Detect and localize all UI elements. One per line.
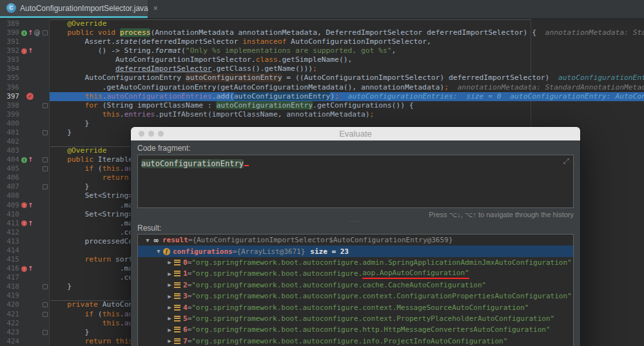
line-number[interactable]: 402 (0, 137, 19, 146)
line-number[interactable]: 390 (0, 28, 19, 37)
line-number[interactable]: 401 (0, 128, 19, 137)
line-number[interactable]: 404 (0, 155, 19, 164)
tree-row-2[interactable]: ▶2 = "org.springframework.boot.autoconfi… (138, 280, 573, 291)
line-number[interactable]: 420 (0, 300, 19, 309)
expander-icon[interactable]: ▶ (165, 327, 174, 333)
tree-row-7[interactable]: ▶7 = "org.springframework.boot.autoconfi… (138, 336, 573, 346)
gutter: 409↑↑ (0, 201, 50, 210)
line-number[interactable]: 415 (0, 255, 19, 264)
line-number[interactable]: 405 (0, 164, 19, 173)
expander-icon[interactable]: ▼ (143, 237, 152, 244)
line-number[interactable]: 393 (0, 55, 19, 64)
line-number[interactable]: 411 (0, 219, 19, 228)
overridden-method-icon: ↑ (21, 220, 27, 226)
line-number[interactable]: 392 (0, 46, 19, 55)
breakpoint-verified-icon[interactable]: ✓ (26, 93, 34, 100)
expander-icon[interactable]: ▶ (165, 304, 174, 311)
line-number[interactable]: 423 (0, 328, 19, 337)
expander-icon[interactable]: ▶ (165, 338, 174, 344)
gutter: 401 (0, 128, 50, 137)
line-number[interactable]: 403 (0, 146, 19, 155)
line-number[interactable]: 397 (0, 92, 19, 101)
tree-row-5[interactable]: ▶5 = "org.springframework.boot.autoconfi… (138, 313, 573, 324)
fold-marker-icon[interactable] (43, 157, 48, 162)
line-number[interactable]: 398 (0, 101, 19, 110)
tree-row-configurations[interactable]: ▼fconfigurations = {ArrayList@3671}size … (138, 245, 573, 256)
expander-icon[interactable]: ▶ (165, 293, 174, 300)
line-number[interactable]: 422 (0, 319, 19, 328)
close-window-icon[interactable] (139, 131, 144, 137)
line-number[interactable]: 413 (0, 237, 19, 246)
tree-row-6[interactable]: ▶6 = "org.springframework.boot.autoconfi… (138, 324, 573, 335)
fold-marker-icon[interactable] (43, 330, 48, 335)
fold-marker-icon[interactable] (43, 284, 48, 289)
fold-marker-icon[interactable] (43, 166, 48, 171)
line-number[interactable]: 394 (0, 64, 19, 73)
line-number[interactable]: 396 (0, 83, 19, 92)
fold-marker-icon[interactable] (43, 184, 48, 189)
line-number[interactable]: 416 (0, 264, 19, 273)
fold-marker-icon[interactable] (43, 130, 48, 135)
gutter-icons (19, 128, 21, 137)
line-number[interactable]: 406 (0, 173, 19, 182)
line-number[interactable]: 409 (0, 201, 19, 210)
line-number[interactable]: 424 (0, 337, 19, 346)
line-number[interactable]: 414 (0, 246, 19, 255)
line-number[interactable]: 391 (0, 37, 19, 46)
node-name: 2 (183, 281, 188, 289)
code-line[interactable]: AutoConfigurationImportSelector.class.ge… (50, 55, 644, 64)
editor-row-399: 399 this.entries.putIfAbsent(importClass… (0, 110, 644, 119)
dialog-titlebar[interactable]: Evaluate (131, 127, 580, 140)
tab-close-icon[interactable]: × (153, 5, 158, 12)
code-line[interactable]: AutoConfigurationEntry autoConfiguration… (50, 73, 644, 82)
tree-row-result[interactable]: ▼∞result = {AutoConfigurationImportSelec… (138, 235, 573, 245)
gutter: 411↑↑ (0, 219, 50, 228)
fold-marker-icon[interactable] (43, 103, 48, 108)
code-line[interactable]: @Override (50, 19, 644, 28)
line-number[interactable]: 400 (0, 119, 19, 128)
zoom-window-icon[interactable] (158, 131, 164, 137)
expander-icon[interactable]: ▶ (165, 315, 174, 322)
fold-marker-icon[interactable] (43, 30, 48, 35)
line-number[interactable]: 389 (0, 19, 19, 28)
expand-editor-icon[interactable]: ⤢ (563, 157, 569, 166)
line-number[interactable]: 408 (0, 191, 19, 200)
fold-marker-icon[interactable] (43, 312, 48, 317)
expander-icon[interactable]: ▶ (165, 259, 174, 265)
code-line[interactable]: deferredImportSelector.getClass().getNam… (50, 64, 644, 73)
line-number[interactable]: 410 (0, 210, 19, 219)
minimize-window-icon[interactable] (148, 131, 154, 137)
tab-title: AutoConfigurationImportSelector.java (20, 4, 148, 13)
code-line[interactable]: public void process(AnnotationMetadata a… (50, 28, 644, 37)
gutter: 390I↑@ (0, 28, 50, 37)
code-line[interactable]: () -> String.format("Only %s implementat… (50, 46, 644, 55)
tree-row-1[interactable]: ▶1 = "org.springframework.boot.autoconfi… (138, 268, 573, 279)
line-number[interactable]: 395 (0, 73, 19, 82)
expander-icon[interactable]: ▶ (165, 282, 174, 288)
code-line[interactable]: Assert.state(deferredImportSelector inst… (50, 37, 644, 46)
line-number[interactable]: 419 (0, 291, 19, 300)
code-line[interactable]: for (String importClassName : autoConfig… (50, 101, 644, 110)
gutter-icons (19, 191, 21, 200)
code-line[interactable]: this.entries.putIfAbsent(importClassName… (50, 110, 644, 119)
editor-tab-bar: C AutoConfigurationImportSelector.java × (0, 0, 644, 19)
line-number[interactable]: 407 (0, 182, 19, 191)
tree-row-3[interactable]: ▶3 = "org.springframework.boot.autoconfi… (138, 291, 573, 302)
splitter-handle[interactable]: ····· (137, 219, 574, 224)
gutter-icons (19, 273, 21, 282)
line-number[interactable]: 421 (0, 310, 19, 319)
tree-row-4[interactable]: ▶4 = "org.springframework.boot.autoconfi… (138, 302, 573, 312)
line-number[interactable]: 399 (0, 110, 19, 119)
tree-row-0[interactable]: ▶0 = "org.springframework.boot.autoconfi… (138, 257, 573, 268)
expander-icon[interactable]: ▶ (165, 271, 174, 277)
expander-icon[interactable]: ▼ (154, 248, 163, 255)
fold-marker-icon[interactable] (43, 302, 48, 307)
method-separator (50, 19, 531, 20)
code-fragment-input[interactable]: autoConfigurationEntry ⤢ (137, 155, 574, 208)
line-number[interactable]: 417 (0, 273, 19, 282)
code-line[interactable]: this.autoConfigurationEntries.add(autoCo… (50, 92, 644, 101)
tab-autoconfigurationimportselector[interactable]: C AutoConfigurationImportSelector.java × (0, 0, 148, 16)
line-number[interactable]: 412 (0, 228, 19, 237)
line-number[interactable]: 418 (0, 282, 19, 291)
code-line[interactable]: .getAutoConfigurationEntry(getAutoConfig… (50, 83, 644, 92)
